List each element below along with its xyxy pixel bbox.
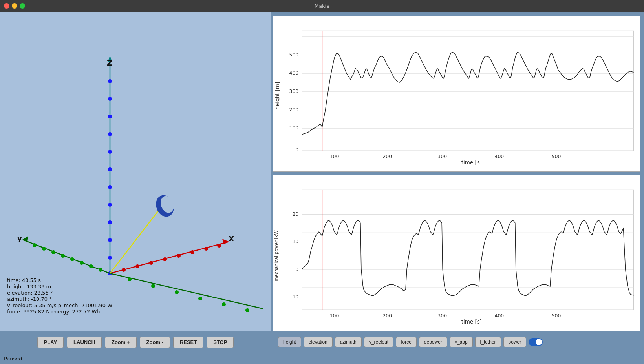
svg-text:300: 300	[437, 153, 447, 159]
viewport-3d[interactable]: Z X	[0, 12, 271, 331]
svg-text:400: 400	[494, 313, 504, 318]
window-controls	[4, 3, 25, 9]
bottom-bar-left: PLAY LAUNCH Zoom + Zoom - RESET STOP	[0, 337, 271, 348]
svg-text:100: 100	[330, 153, 339, 159]
svg-point-8	[108, 167, 112, 171]
chart-btn-height[interactable]: height	[278, 337, 301, 347]
bottom-bar-right: height elevation azimuth v_reelout force…	[274, 337, 644, 347]
chart-btn-azimuth[interactable]: azimuth	[335, 337, 362, 347]
stop-button[interactable]: STOP	[207, 337, 234, 348]
svg-text:400: 400	[494, 153, 504, 159]
scene-svg: Z X	[0, 12, 271, 331]
svg-text:time [s]: time [s]	[461, 159, 482, 166]
svg-point-11	[108, 220, 112, 224]
svg-text:mechanical power [kW]: mechanical power [kW]	[274, 229, 279, 282]
svg-point-36	[128, 277, 132, 281]
svg-point-21	[177, 254, 181, 258]
svg-text:100: 100	[330, 313, 339, 318]
svg-text:0: 0	[295, 147, 298, 153]
svg-point-5	[108, 115, 112, 118]
svg-text:200: 200	[289, 107, 299, 113]
y-axis-label: y	[17, 234, 22, 242]
left-panel: Z X	[0, 12, 271, 331]
svg-point-39	[198, 297, 202, 300]
chart1-svg: 0 100 200 300 400 500 100 200 300 400 50…	[273, 16, 640, 171]
chart-btn-l-tether[interactable]: l_tether	[475, 337, 501, 347]
chart-btn-power[interactable]: power	[503, 337, 527, 347]
svg-rect-74	[302, 190, 634, 310]
svg-point-38	[175, 290, 179, 294]
close-button[interactable]	[4, 3, 9, 9]
svg-point-13	[108, 256, 112, 260]
svg-text:100: 100	[289, 125, 299, 131]
svg-rect-52	[302, 31, 634, 151]
maximize-button[interactable]	[20, 3, 25, 9]
svg-point-32	[61, 254, 65, 258]
minimize-button[interactable]	[12, 3, 17, 9]
svg-text:400: 400	[289, 70, 299, 76]
svg-point-3	[108, 79, 112, 83]
svg-point-18	[135, 264, 139, 268]
svg-text:-10: -10	[291, 294, 298, 300]
svg-text:time [s]: time [s]	[461, 318, 482, 325]
svg-text:500: 500	[552, 153, 561, 159]
svg-point-23	[204, 247, 208, 251]
svg-text:300: 300	[437, 313, 447, 318]
svg-point-12	[108, 238, 112, 242]
play-button[interactable]: PLAY	[37, 337, 64, 348]
chart-btn-v-app[interactable]: v_app	[450, 337, 473, 347]
svg-point-40	[222, 302, 226, 306]
svg-point-4	[108, 97, 112, 101]
svg-text:elevation:    28.55 °: elevation: 28.55 °	[7, 290, 53, 296]
svg-point-37	[151, 284, 155, 288]
z-axis-label: Z	[107, 58, 113, 67]
svg-point-30	[80, 261, 84, 265]
svg-point-9	[108, 185, 112, 189]
svg-point-17	[122, 268, 126, 272]
chart-power: 0 10 20 -10 100 200 300 400 500 time [s]…	[273, 175, 640, 331]
main-content: Z X	[0, 12, 644, 331]
svg-text:500: 500	[289, 52, 299, 58]
chart-height: 0 100 200 300 400 500 100 200 300 400 50…	[273, 16, 640, 172]
svg-text:200: 200	[382, 153, 392, 159]
toggle-switch[interactable]	[529, 338, 543, 346]
svg-text:300: 300	[289, 88, 299, 94]
launch-button[interactable]: LAUNCH	[67, 337, 102, 348]
svg-point-19	[149, 261, 153, 265]
svg-point-10	[108, 203, 112, 207]
svg-text:force:      3925.82 N    energ: force: 3925.82 N energy: 272.72 Wh	[7, 309, 100, 315]
svg-point-6	[108, 132, 112, 136]
svg-point-41	[245, 308, 249, 312]
svg-text:20: 20	[292, 211, 298, 217]
x-axis-label: X	[229, 235, 234, 243]
chart-btn-elevation[interactable]: elevation	[304, 337, 333, 347]
svg-point-7	[108, 150, 112, 154]
svg-text:height:       133.39 m: height: 133.39 m	[7, 284, 51, 289]
svg-text:500: 500	[552, 313, 561, 318]
svg-rect-0	[0, 30, 271, 313]
window-title: Makie	[315, 3, 329, 9]
svg-point-24	[217, 244, 221, 248]
right-panel: 0 100 200 300 400 500 100 200 300 400 50…	[271, 12, 644, 331]
chart-btn-depower[interactable]: depower	[419, 337, 447, 347]
reset-button[interactable]: RESET	[173, 337, 203, 348]
svg-text:0: 0	[295, 266, 298, 272]
svg-point-33	[51, 250, 55, 254]
status-text: Paused	[4, 356, 22, 362]
svg-text:200: 200	[382, 313, 392, 318]
chart2-svg: 0 10 20 -10 100 200 300 400 500 time [s]…	[273, 175, 640, 331]
svg-text:height [m]: height [m]	[274, 82, 280, 110]
bottom-bar: PLAY LAUNCH Zoom + Zoom - RESET STOP hei…	[0, 331, 644, 353]
zoom-minus-button[interactable]: Zoom -	[140, 337, 170, 348]
svg-point-34	[42, 247, 46, 251]
svg-point-31	[70, 257, 74, 261]
svg-point-29	[89, 264, 93, 268]
status-bar: Paused	[0, 353, 644, 364]
titlebar: Makie	[0, 0, 644, 12]
svg-text:10: 10	[292, 238, 298, 244]
chart-btn-v-reelout[interactable]: v_reelout	[364, 337, 393, 347]
zoom-plus-button[interactable]: Zoom +	[105, 337, 137, 348]
svg-point-28	[99, 268, 102, 272]
svg-point-20	[163, 257, 167, 261]
chart-btn-force[interactable]: force	[396, 337, 417, 347]
